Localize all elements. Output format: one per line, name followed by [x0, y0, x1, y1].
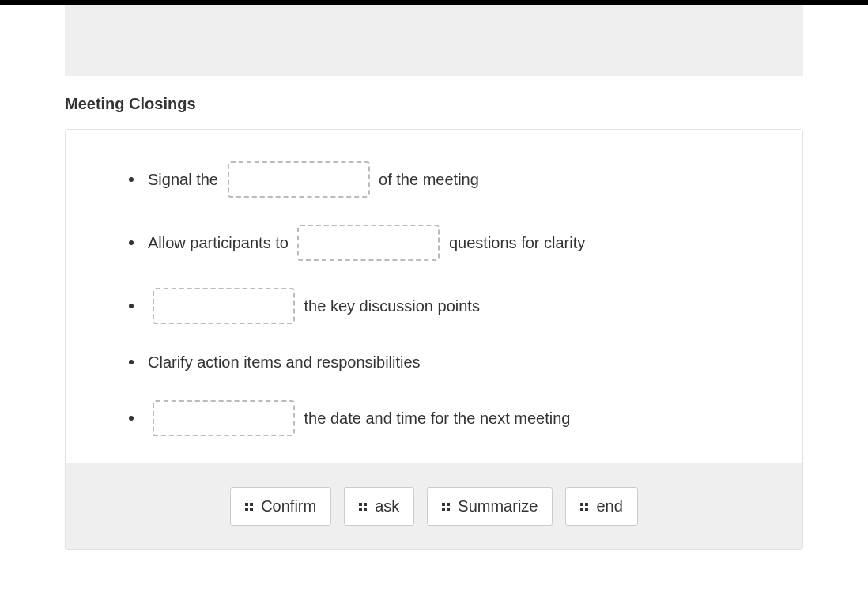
bullet-icon	[129, 177, 134, 182]
list-item: the date and time for the next meeting	[129, 400, 755, 436]
bullet-icon	[129, 360, 134, 364]
drop-slot[interactable]	[228, 161, 370, 198]
bullet-icon	[129, 416, 134, 421]
list-item: Signal the of the meeting	[129, 161, 755, 198]
exercise-box: Signal the of the meeting Allow particip…	[65, 129, 803, 550]
answer-label: end	[596, 497, 622, 515]
section-title: Meeting Closings	[65, 95, 803, 113]
answers-tray: Confirm ask Summarize end	[66, 463, 802, 549]
drag-handle-icon	[442, 503, 450, 511]
answer-label: Summarize	[458, 497, 538, 515]
drag-handle-icon	[359, 503, 367, 511]
upper-gray-block	[65, 5, 803, 76]
sentence-text: the date and time for the next meeting	[300, 407, 570, 429]
list-item: Allow participants to questions for clar…	[129, 225, 755, 261]
answer-chip-confirm[interactable]: Confirm	[230, 487, 331, 526]
sentence-text: Signal the	[148, 168, 223, 191]
sentence-text: Allow participants to	[148, 232, 292, 254]
answer-label: Confirm	[261, 497, 316, 515]
sentence-text: questions for clarity	[444, 232, 585, 254]
drag-handle-icon	[580, 503, 588, 511]
content-container: Meeting Closings Signal the of the meeti…	[0, 95, 868, 550]
list-item: Clarify action items and responsibilitie…	[129, 351, 755, 373]
fill-blank-list: Signal the of the meeting Allow particip…	[113, 161, 755, 436]
bullet-icon	[129, 240, 134, 245]
sentence-text: Clarify action items and responsibilitie…	[148, 351, 421, 373]
drop-slot[interactable]	[153, 400, 295, 436]
answer-chip-summarize[interactable]: Summarize	[427, 487, 553, 526]
sentence-text: the key discussion points	[300, 295, 480, 317]
list-item: the key discussion points	[129, 288, 755, 324]
answer-chip-ask[interactable]: ask	[344, 487, 414, 526]
answer-label: ask	[375, 497, 399, 515]
drop-slot[interactable]	[153, 288, 295, 324]
drag-handle-icon	[245, 503, 253, 511]
drop-slot[interactable]	[297, 225, 440, 261]
answer-chip-end[interactable]: end	[565, 487, 637, 526]
sentence-text: of the meeting	[375, 168, 479, 191]
bullet-icon	[129, 304, 134, 308]
